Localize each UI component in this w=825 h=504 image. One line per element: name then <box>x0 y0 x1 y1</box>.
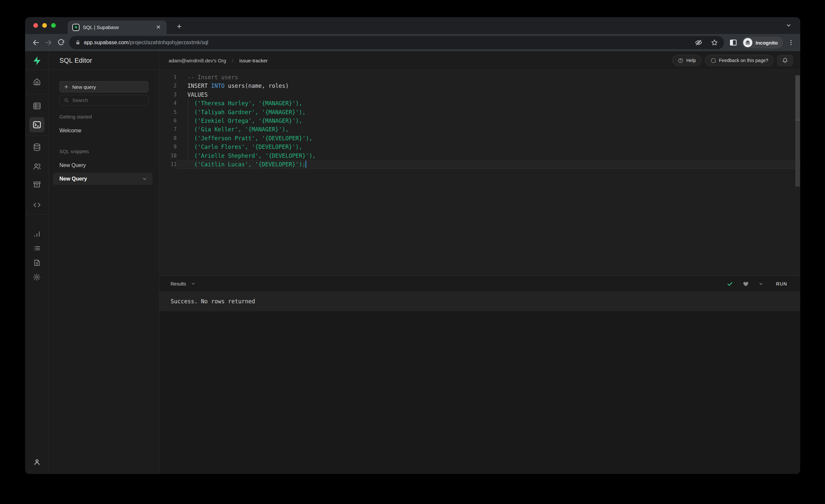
sidebar-item-api-docs[interactable] <box>30 256 44 269</box>
new-query-button[interactable]: New query <box>59 81 149 92</box>
sidebar-item-logs[interactable] <box>30 241 44 255</box>
browser-tab[interactable]: SQL | Supabase ✕ <box>68 20 167 34</box>
indent-guide <box>188 99 189 160</box>
supabase-favicon-icon <box>72 24 80 31</box>
tab-close-icon[interactable]: ✕ <box>155 24 162 31</box>
breadcrumb-org[interactable]: adam@windmill.dev's Org <box>169 58 226 63</box>
eye-off-icon[interactable] <box>695 39 702 46</box>
close-window-button[interactable] <box>33 23 38 28</box>
sidebar-item-reports[interactable] <box>30 227 44 240</box>
run-options-chevron-icon[interactable] <box>758 281 764 286</box>
breadcrumb-project[interactable]: issue-tracker <box>239 58 268 63</box>
chevron-down-icon <box>142 176 147 182</box>
sidebar-item-table-editor[interactable] <box>30 99 44 113</box>
sidebar-item-sql-editor[interactable] <box>29 117 45 132</box>
code-line[interactable]: 1-- Insert users <box>159 73 800 81</box>
main-header: adam@windmill.dev's Org / issue-tracker … <box>159 51 800 70</box>
editor-scrollbar[interactable] <box>795 75 800 187</box>
sidebar-item-edge-functions[interactable] <box>30 198 44 212</box>
code-line[interactable]: 11 ('Caitlin Lucas', '{DEVELOPER}'); <box>159 160 800 169</box>
tab-title: SQL | Supabase <box>83 24 155 30</box>
address-bar[interactable]: app.supabase.com/project/azahtnhqohyjerz… <box>69 36 724 49</box>
code-line[interactable]: 7 ('Gia Keller', '{MANAGER}'), <box>159 125 800 134</box>
run-button[interactable]: RUN <box>776 281 787 286</box>
forward-button[interactable] <box>42 36 55 49</box>
sql-editor-sidebar: SQL Editor New query Search Getting star… <box>49 51 159 474</box>
browser-menu-icon[interactable] <box>788 39 794 46</box>
sql-code-editor[interactable]: 1-- Insert users2INSERT INTO users(name,… <box>159 70 800 276</box>
incognito-label: Incognito <box>756 40 778 46</box>
code-line[interactable]: 4 ('Theresa Hurley', '{MANAGER}'), <box>159 99 800 107</box>
feedback-button[interactable]: Feedback on this page? <box>705 55 774 66</box>
sidebar-item-authentication[interactable] <box>30 160 44 173</box>
supabase-app: SQL Editor New query Search Getting star… <box>25 51 800 474</box>
page-title: SQL Editor <box>59 57 92 64</box>
favorite-heart-icon[interactable] <box>743 281 749 287</box>
text-cursor <box>306 161 306 168</box>
speech-bubble-icon <box>710 58 716 63</box>
success-check-icon <box>727 281 733 287</box>
sidebar-item-home[interactable] <box>30 75 44 88</box>
main-panel: adam@windmill.dev's Org / issue-tracker … <box>159 51 800 474</box>
results-chevron-icon[interactable] <box>191 281 196 286</box>
browser-window: SQL | Supabase ✕ + app.supabase.com/proj… <box>25 17 800 474</box>
zoom-window-button[interactable] <box>51 23 56 28</box>
breadcrumb-separator: / <box>232 58 233 63</box>
sidebar-item-new-query[interactable]: New Query <box>59 162 149 169</box>
query-status-message: Success. No rows returned <box>159 291 800 311</box>
tab-search-chevron-icon[interactable] <box>786 22 792 28</box>
bell-icon <box>782 57 788 63</box>
code-line[interactable]: 8 ('Jefferson Pratt', '{DEVELOPER}'), <box>159 134 800 143</box>
tab-strip: SQL | Supabase ✕ + <box>25 17 800 34</box>
account-icon[interactable] <box>30 455 44 469</box>
lock-icon <box>75 40 80 45</box>
code-line[interactable]: 2INSERT INTO users(name, roles) <box>159 81 800 90</box>
nav-rail <box>25 51 49 474</box>
results-empty-area <box>159 311 800 474</box>
search-placeholder: Search <box>72 97 88 103</box>
code-line[interactable]: 6 ('Ezekiel Ortega', '{MANAGER}'), <box>159 117 800 125</box>
new-tab-button[interactable]: + <box>174 21 184 31</box>
sidebar-item-new-query-selected[interactable]: New Query <box>53 172 152 185</box>
minimize-window-button[interactable] <box>42 23 47 28</box>
code-line[interactable]: 5 ('Taliyah Gardner', '{MANAGER}'), <box>159 108 800 117</box>
results-dropdown[interactable]: Results <box>171 281 186 286</box>
back-button[interactable] <box>30 36 42 49</box>
code-line[interactable]: 9 ('Carlo Flores', '{DEVELOPER}'), <box>159 143 800 151</box>
incognito-spy-icon <box>743 38 752 47</box>
supabase-logo-icon[interactable] <box>32 56 42 66</box>
code-line[interactable]: 10 ('Arielle Shepherd', '{DEVELOPER}'), <box>159 151 800 160</box>
traffic-lights <box>33 23 56 28</box>
reload-button[interactable] <box>55 36 67 49</box>
incognito-badge[interactable]: Incognito <box>742 37 783 49</box>
plus-icon <box>64 84 69 89</box>
sidebar-item-storage[interactable] <box>30 178 44 191</box>
sidebar-item-database[interactable] <box>30 141 44 154</box>
notifications-button[interactable] <box>777 55 793 66</box>
side-panel-icon[interactable] <box>729 39 737 47</box>
section-label-sql-snippets: SQL snippets <box>59 148 149 155</box>
help-circle-icon <box>678 58 683 63</box>
search-icon <box>64 98 69 103</box>
sidebar-item-settings[interactable] <box>30 270 44 284</box>
browser-toolbar: app.supabase.com/project/azahtnhqohyjerz… <box>25 34 800 51</box>
bookmark-star-icon[interactable] <box>711 39 718 46</box>
results-toolbar: Results RUN <box>159 276 800 291</box>
search-input[interactable]: Search <box>59 95 149 105</box>
sidebar-item-welcome[interactable]: Welcome <box>59 127 149 134</box>
code-line[interactable]: 3VALUES <box>159 90 800 99</box>
url-text: app.supabase.com/project/azahtnhqohyjerz… <box>84 40 208 46</box>
help-button[interactable]: Help <box>672 55 701 66</box>
section-label-getting-started: Getting started <box>59 114 149 120</box>
